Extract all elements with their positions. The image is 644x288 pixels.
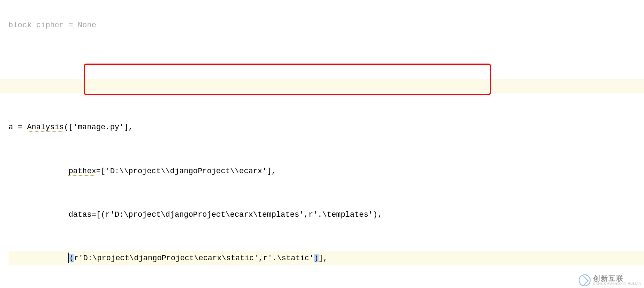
watermark-logo-icon	[579, 274, 591, 286]
code-line[interactable]: block_cipher = None	[9, 18, 644, 32]
code-line-current[interactable]: (r'D:\project\djangoProject\ecarx\static…	[9, 251, 644, 265]
watermark-text-main: 创新互联	[593, 275, 641, 282]
code-identifier: Analysis	[27, 123, 64, 132]
bracket-match-open: (	[69, 254, 74, 262]
code-kwarg: datas	[68, 210, 91, 219]
code-line[interactable]	[9, 76, 644, 91]
bracket-match-close: )	[314, 254, 319, 262]
code-text: a =	[9, 123, 27, 131]
code-kwarg: pathex	[68, 167, 96, 176]
code-indent	[9, 210, 68, 219]
code-text: r'D:\project\djangoProject\ecarx\static'…	[74, 254, 314, 262]
code-line[interactable]	[9, 47, 644, 62]
code-line[interactable]: datas=[(r'D:\project\djangoProject\ecarx…	[9, 207, 644, 222]
code-editor[interactable]: block_cipher = None a = Analysis(['manag…	[6, 0, 644, 288]
code-text: ],	[319, 254, 328, 262]
editor-gutter	[0, 0, 5, 288]
code-line[interactable]: pathex=['D:\\project\\djangoProject\\eca…	[9, 164, 644, 178]
watermark: 创新互联 CXHL CHUANGXIN HULIAN	[579, 274, 641, 286]
code-text: =[(r'D:\project\djangoProject\ecarx\temp…	[91, 210, 382, 219]
watermark-text-sub: CXHL CHUANGXIN HULIAN	[593, 282, 641, 285]
code-text: block_cipher = None	[9, 21, 96, 29]
code-text: (['manage.py'],	[64, 123, 133, 131]
code-indent	[9, 167, 68, 175]
code-indent	[9, 254, 68, 262]
code-text: =['D:\\project\\djangoProject\\ecarx'],	[96, 167, 276, 175]
code-line[interactable]: a = Analysis(['manage.py'],	[9, 120, 644, 134]
